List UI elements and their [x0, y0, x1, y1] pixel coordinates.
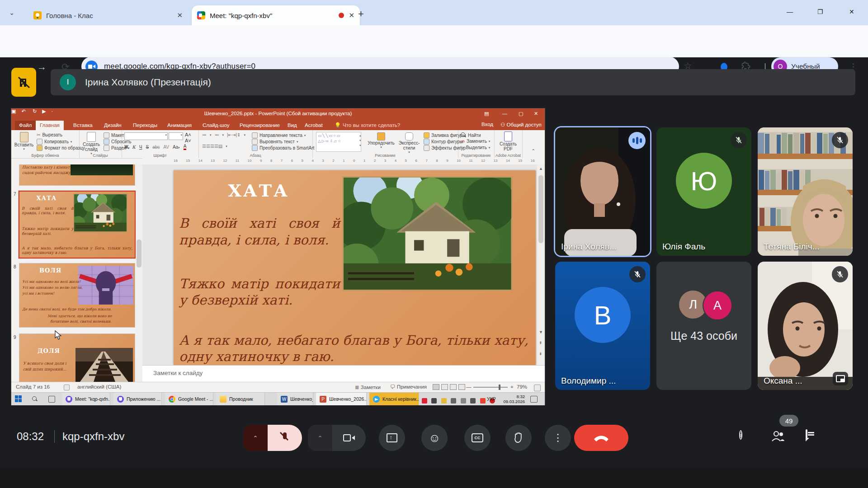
- ppt-tab-view[interactable]: Вид: [283, 121, 301, 130]
- font-name-combo[interactable]: [124, 132, 168, 140]
- spellcheck-icon[interactable]: [64, 385, 70, 390]
- forward-icon[interactable]: →: [37, 61, 47, 72]
- red-badge-icon[interactable]: [422, 398, 427, 404]
- align-buttons[interactable]: ☰☰☰☰▤▾: [202, 144, 227, 149]
- cut-button[interactable]: ✂Вырезать: [37, 132, 62, 137]
- align-text-button[interactable]: Выровнять текст▾: [252, 139, 298, 145]
- building-crossed-icon[interactable]: [11, 68, 36, 97]
- participant-tile-oksana[interactable]: Оксана ...: [758, 262, 853, 390]
- zoom-in-button[interactable]: +: [510, 384, 514, 389]
- grow-font-button[interactable]: A˄: [185, 132, 191, 137]
- taskbar-app-word[interactable]: WШевченко_2026...: [277, 393, 313, 405]
- clock-tray[interactable]: 8:3209.03.2026: [500, 394, 525, 404]
- shapes-scroll[interactable]: ▴▾▾: [359, 133, 364, 148]
- search-icon[interactable]: [32, 396, 38, 402]
- camera-options-chevron[interactable]: ⌃: [308, 425, 332, 451]
- new-slide-button[interactable]: Создать слайд▾: [81, 132, 102, 155]
- language-indicator[interactable]: английский (США): [77, 384, 121, 389]
- yandex-icon[interactable]: [480, 398, 486, 404]
- sign-in-button[interactable]: Вход: [481, 122, 493, 127]
- ppt-tab-transitions[interactable]: Переходы: [129, 121, 161, 130]
- taskbar-app-powerpoint-active[interactable]: PШевченко_2026...: [316, 393, 367, 405]
- taskbar-app-meet[interactable]: Meet: "kqp-qxfn...: [62, 393, 110, 405]
- slide-thumbnail-6[interactable]: Поставлю хату і кімнату, садок-райочок н…: [19, 164, 135, 185]
- find-button[interactable]: Найти: [461, 132, 481, 138]
- ppt-tab-insert[interactable]: Вставка: [69, 121, 97, 130]
- ppt-tab-file[interactable]: Файл: [15, 121, 36, 130]
- ppt-tab-home[interactable]: Главная: [36, 121, 64, 130]
- select-button[interactable]: ▷Выделить▾: [461, 145, 490, 150]
- taskbar-app-telegram[interactable]: Класні керівник...: [369, 393, 419, 405]
- slide-scrollbar[interactable]: ▲ ▼ ⇞ ⇟: [537, 164, 545, 365]
- phone-icon[interactable]: [431, 398, 437, 404]
- fit-slide-icon[interactable]: [534, 385, 541, 391]
- font-size-combo[interactable]: [169, 132, 183, 140]
- battery-icon[interactable]: [470, 398, 476, 404]
- tell-me-label[interactable]: Что вы хотите сделать?: [339, 121, 404, 130]
- camera-button[interactable]: [332, 425, 366, 451]
- chat-button[interactable]: [806, 430, 819, 444]
- next-slide-button[interactable]: ⇟: [539, 352, 542, 356]
- ppt-maximize-button[interactable]: ▢: [519, 111, 523, 117]
- notes-pane[interactable]: Заметки к слайду: [142, 365, 545, 382]
- notifications-icon[interactable]: [530, 396, 538, 403]
- ppt-tab-acrobat[interactable]: Acrobat: [301, 121, 327, 130]
- start-button[interactable]: [15, 395, 22, 402]
- participants-button[interactable]: [771, 430, 785, 444]
- zoom-slider[interactable]: [473, 387, 508, 388]
- ribbon-options-icon[interactable]: ▤: [484, 111, 489, 117]
- window-close-button[interactable]: ✕: [849, 8, 854, 15]
- apps-button[interactable]: [839, 432, 853, 446]
- share-button[interactable]: ⚇ Общий доступ: [500, 122, 542, 128]
- tab-meet-active[interactable]: Meet: "kqp-qxfn-xbv" ✕: [192, 5, 360, 25]
- participant-tile-iryna[interactable]: Ірина Холяв...: [555, 127, 650, 256]
- participant-tile-tetiana[interactable]: Тетяна Біліч...: [758, 127, 853, 256]
- format-painter-button[interactable]: Формат по образцу: [37, 145, 85, 151]
- comments-toggle[interactable]: 🗩 Примечания: [390, 384, 427, 389]
- window-minimize-button[interactable]: —: [787, 8, 793, 15]
- volume-icon[interactable]: [451, 398, 456, 404]
- shrink-font-button[interactable]: A˅: [185, 138, 191, 143]
- strikethrough-button[interactable]: S: [146, 145, 149, 150]
- clear-format-button[interactable]: abc: [152, 145, 160, 150]
- ppt-tab-design[interactable]: Дизайн: [100, 121, 126, 130]
- quick-styles-button[interactable]: Экспресс-стили▾: [396, 132, 422, 154]
- previous-slide-button[interactable]: ⇞: [539, 341, 542, 345]
- captions-button[interactable]: CC: [464, 425, 491, 451]
- arrange-button[interactable]: Упорядочить▾: [367, 132, 396, 149]
- view-buttons[interactable]: [433, 384, 467, 390]
- font-color-button[interactable]: А: [184, 144, 187, 150]
- change-case-button[interactable]: Aa▾: [173, 145, 180, 150]
- reactions-button[interactable]: ☺: [421, 425, 448, 451]
- more-options-button[interactable]: ⋮: [545, 425, 571, 451]
- notes-toggle[interactable]: ≣ Заметки: [355, 384, 381, 390]
- replace-button[interactable]: abЗаменить▾: [461, 139, 490, 144]
- network-icon[interactable]: [461, 398, 466, 404]
- ppt-tab-slideshow[interactable]: Слайд-шоу: [198, 121, 234, 130]
- collapse-ribbon-icon[interactable]: ⌃: [531, 148, 535, 154]
- tab-close-icon[interactable]: ✕: [177, 11, 183, 19]
- mic-muted-button[interactable]: [268, 425, 302, 451]
- paste-button[interactable]: Вставить▾: [14, 132, 34, 151]
- raise-hand-button[interactable]: [505, 425, 532, 451]
- mic-options-chevron[interactable]: ⌃: [243, 425, 268, 451]
- participant-tile-yuliia[interactable]: Ю Юлія Фаль: [656, 127, 751, 256]
- bold-button[interactable]: Ж: [124, 145, 128, 150]
- ppt-tab-review[interactable]: Рецензирование: [236, 121, 284, 130]
- current-slide[interactable]: ХАТА: [174, 170, 536, 365]
- keyboard-language[interactable]: УКР: [487, 396, 496, 402]
- participant-tile-overflow[interactable]: Л А Ще 43 особи: [656, 262, 751, 390]
- end-call-button[interactable]: [574, 425, 628, 451]
- list-buttons[interactable]: ≔▾≕▾|⇤⇥|⇕▾: [202, 132, 245, 137]
- underline-button[interactable]: Ч: [139, 145, 142, 150]
- thumbnails-scrollbar[interactable]: [136, 164, 142, 382]
- new-tab-button[interactable]: +: [358, 8, 364, 20]
- tab-search-icon[interactable]: ⌄: [6, 7, 17, 18]
- taskbar-app-prilozhenie[interactable]: Приложению ...: [113, 393, 162, 405]
- zoom-out-button[interactable]: —: [466, 384, 472, 389]
- tab-classroom[interactable]: Головна - Клас ✕: [28, 6, 188, 24]
- slide-thumbnail-9[interactable]: ДОЛЯ У всякого своя доля і свій шлях шир…: [19, 334, 135, 382]
- italic-button[interactable]: К: [132, 145, 136, 150]
- participant-tile-volodymyr[interactable]: В Володимир ...: [555, 262, 650, 390]
- window-restore-button[interactable]: ❐: [817, 8, 823, 15]
